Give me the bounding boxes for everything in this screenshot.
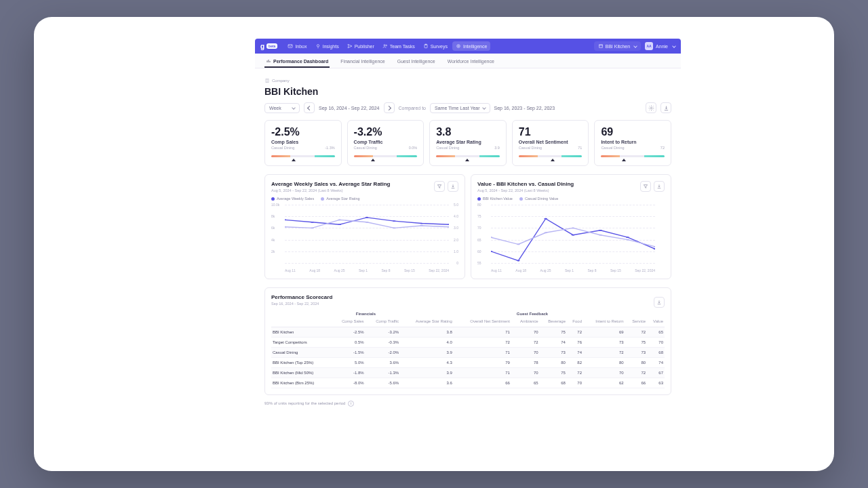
cell: 75 [540, 327, 567, 337]
row-label: BBI Kitchen (Btm 25%) [271, 378, 332, 388]
next-period-button[interactable] [384, 102, 395, 113]
period-value: Week [269, 106, 281, 110]
cell: 4.0 [400, 337, 454, 347]
tab-performance-dashboard[interactable]: Performance Dashboard [264, 58, 330, 68]
cell: 76 [567, 337, 583, 347]
chevron-down-icon [482, 106, 486, 110]
tab-guest-intelligence[interactable]: Guest Intelligence [396, 59, 437, 68]
svg-point-27 [599, 230, 602, 231]
row-label: BBI Kitchen (Mid 50%) [271, 367, 332, 378]
cell: -1.8% [332, 367, 366, 378]
clipboard-icon [423, 43, 429, 49]
kpi-segment-value: 0.0% [409, 146, 418, 150]
row-label: BBI Kitchen [271, 327, 332, 337]
cell: 66 [454, 378, 511, 388]
svg-point-34 [599, 235, 602, 236]
settings-button[interactable] [646, 102, 656, 113]
cell: 3.9 [400, 367, 454, 378]
cell: 69 [583, 327, 625, 337]
nav-teamtasks[interactable]: Team Tasks [379, 41, 418, 51]
cell: -5.6% [366, 378, 400, 388]
comparison-select[interactable]: Same Time Last Year [430, 103, 490, 113]
col-header: Comp Sales [332, 318, 366, 327]
avatar: AA [645, 42, 653, 50]
cell: -2.5% [332, 327, 366, 337]
nav-intelligence[interactable]: Intelligence [452, 41, 490, 51]
nav-publisher[interactable]: Publisher [344, 41, 378, 51]
table-row: BBI Kitchen-2.5%-3.2%3.871707572697265 [271, 327, 665, 337]
cell: 73 [540, 347, 567, 357]
svg-point-28 [626, 237, 629, 238]
brand-switcher[interactable]: BBI Kitchen [594, 41, 642, 51]
period-select[interactable]: Week [264, 103, 300, 113]
info-icon[interactable]: i [348, 401, 354, 407]
col-header: Comp Traffic [366, 318, 400, 327]
chart-card-value: Value - BBI Kitchen vs. Casual Dining Au… [471, 174, 671, 279]
cell: 70 [647, 337, 665, 347]
svg-point-35 [626, 239, 629, 241]
charts-row: Average Weekly Sales vs. Average Star Ra… [264, 174, 671, 279]
svg-point-24 [517, 260, 520, 262]
comparison-value: Same Time Last Year [435, 106, 480, 110]
scorecard-download-button[interactable] [654, 297, 665, 308]
cell: 80 [540, 357, 567, 367]
kpi-value: -3.2% [354, 126, 418, 138]
nav-inbox[interactable]: Inbox [284, 41, 310, 51]
cell: 75 [540, 367, 567, 378]
chart-title: Average Weekly Sales vs. Average Star Ra… [271, 181, 391, 187]
cell: 73 [625, 347, 648, 357]
row-label: Casual Dining [271, 347, 332, 357]
cell: 70 [583, 367, 625, 378]
prev-period-button[interactable] [304, 102, 315, 113]
col-header: Ambiance [511, 318, 540, 327]
cell: 68 [540, 378, 567, 388]
nav-insights[interactable]: Insights [312, 41, 342, 51]
download-button[interactable] [660, 102, 671, 113]
cell: 72 [583, 347, 625, 357]
user-name: Annie [656, 44, 668, 49]
kpi-value: -2.5% [271, 126, 335, 138]
nav-surveys[interactable]: Surveys [420, 41, 451, 51]
chart-legend: BBI Kitchen ValueCasual Dining Value [477, 197, 574, 201]
chart-download-button[interactable] [448, 181, 458, 192]
kpi-segment-value: 72 [660, 146, 665, 150]
chart-filter-button[interactable] [640, 181, 651, 192]
cell: -1.3% [366, 367, 400, 378]
chart-card-sales-rating: Average Weekly Sales vs. Average Star Ra… [264, 174, 465, 279]
cell: 72 [625, 367, 648, 378]
filter-icon [437, 184, 442, 189]
table-row: BBI Kitchen (Btm 25%)-8.0%-5.6%3.6666568… [271, 378, 665, 388]
legend-item: BBI Kitchen Value [477, 197, 513, 201]
kpi-segment: Casual Dining [271, 146, 294, 150]
svg-point-12 [366, 217, 369, 218]
kpi-pointer-icon [371, 159, 375, 161]
line-chart: 556065707580Aug 11Aug 18Aug 25Sep 1Sep 8… [477, 205, 665, 272]
cell: 79 [454, 357, 511, 367]
tab-financial-intelligence[interactable]: Financial Intelligence [339, 59, 386, 68]
tab-workforce-intelligence[interactable]: Workforce Intelligence [446, 59, 496, 68]
scorecard-title: Performance Scorecard [271, 294, 332, 300]
cell: 71 [454, 327, 511, 337]
reporting-footer: 93% of units reporting for the selected … [264, 401, 671, 407]
cell: 70 [511, 367, 540, 378]
svg-point-8 [650, 107, 652, 108]
breadcrumb-label: Company [272, 79, 290, 83]
send-icon [347, 43, 353, 49]
kpi-value: 71 [519, 126, 583, 138]
cell: 5.0% [332, 357, 366, 367]
kpi-segment: Casual Dining [354, 146, 377, 150]
kpi-pointer-icon [292, 159, 296, 161]
cell: 70 [511, 347, 540, 357]
chart-download-button[interactable] [654, 181, 665, 192]
kpi-segment-value: -1.3% [325, 146, 334, 150]
cell: 80 [583, 357, 625, 367]
cell: 0.5% [332, 337, 366, 347]
date-range: Sep 16, 2024 - Sep 22, 2024 [319, 106, 380, 110]
download-icon [656, 184, 662, 189]
col-header [271, 318, 332, 327]
kpi-value: 3.8 [436, 126, 500, 138]
chart-filter-button[interactable] [434, 181, 445, 192]
cell: 4.3 [400, 357, 454, 367]
user-menu[interactable]: AA Annie [645, 42, 675, 50]
table-row: BBI Kitchen (Mid 50%)-1.8%-1.3%3.9717075… [271, 367, 665, 378]
